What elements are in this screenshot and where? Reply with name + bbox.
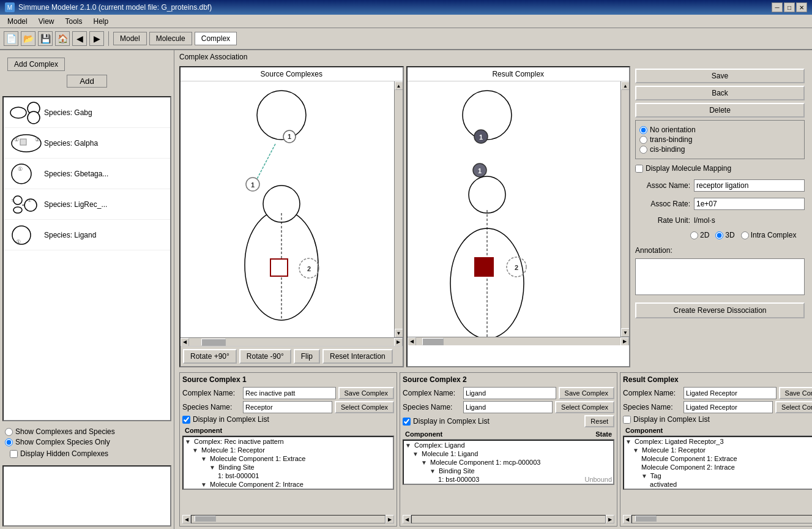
scroll-right[interactable]: ▶ xyxy=(394,338,403,347)
radio-show-complex-input[interactable] xyxy=(5,438,13,446)
assoc-rate-input[interactable] xyxy=(694,198,805,210)
rc-h-track[interactable] xyxy=(631,515,812,523)
sc2-tree-area[interactable]: ▼ Complex: Ligand ▼ Molecule 1: Ligand ▼… xyxy=(403,440,614,485)
sc1-scroll-left[interactable]: ◀ xyxy=(182,515,191,523)
result-h-track[interactable] xyxy=(416,338,621,345)
add-button[interactable]: Add xyxy=(67,75,107,88)
rotate-minus-btn[interactable]: Rotate -90° xyxy=(239,349,291,364)
orient-trans[interactable]: trans-binding xyxy=(639,135,800,144)
sc1-scroll-right[interactable]: ▶ xyxy=(386,515,394,523)
rc-species-input[interactable] xyxy=(683,401,773,413)
species-item-gbetaga[interactable]: ① Species: Gbetaga... xyxy=(4,159,170,189)
sc1-hscroll[interactable]: ◀ ▶ xyxy=(182,515,394,523)
rc-select-btn[interactable]: Select Complex xyxy=(775,401,812,413)
menu-help[interactable]: Help xyxy=(89,16,114,27)
back-btn[interactable]: Back xyxy=(635,86,805,100)
orient-none-input[interactable] xyxy=(639,126,647,134)
sc2-species-input[interactable] xyxy=(463,401,553,413)
menu-model[interactable]: Model xyxy=(2,16,32,27)
species-item-ligand[interactable]: ① Species: Ligand xyxy=(4,220,170,250)
close-btn[interactable]: ✕ xyxy=(796,2,807,12)
toolbar-open[interactable]: 📂 xyxy=(21,31,35,46)
orient-trans-input[interactable] xyxy=(639,136,647,144)
sc1-tree-area[interactable]: ▼ Complex: Rec inactive pattern ▼ Molecu… xyxy=(182,436,394,490)
reset-btn[interactable]: Reset Interaction xyxy=(322,349,393,364)
scroll-left[interactable]: ◀ xyxy=(181,338,189,347)
orient-cis[interactable]: cis-binding xyxy=(639,145,800,154)
result-scroll-up[interactable]: ▲ xyxy=(621,81,629,90)
sc2-display-check[interactable]: Display in Complex List xyxy=(403,417,582,426)
sc2-h-track[interactable] xyxy=(411,515,606,523)
sc2-hscroll[interactable]: ◀ ▶ xyxy=(403,515,614,523)
sc2-save-btn[interactable]: Save Complex xyxy=(559,387,615,399)
sc1-save-btn[interactable]: Save Complex xyxy=(338,387,395,399)
rc-complex-input[interactable] xyxy=(683,387,777,399)
dim-2d[interactable]: 2D xyxy=(690,231,709,239)
source-vscroll[interactable]: ▲ ▼ xyxy=(394,81,403,337)
tab-model[interactable]: Model xyxy=(113,32,147,45)
result-hscroll[interactable]: ◀ ▶ xyxy=(408,337,630,345)
sc1-select-btn[interactable]: Select Complex xyxy=(335,401,394,413)
species-item-galpha[interactable]: ① ② Species: Galpha xyxy=(4,128,170,159)
sc2-scroll-right[interactable]: ▶ xyxy=(606,515,614,523)
display-mapping-row[interactable]: Display Molecule Mapping xyxy=(635,164,805,173)
rc-save-btn[interactable]: Save Complex xyxy=(779,387,812,399)
toolbar-forward[interactable]: ▶ xyxy=(89,31,104,46)
add-complex-tab[interactable]: Add Complex xyxy=(7,58,65,71)
rc-display-input[interactable] xyxy=(623,416,631,424)
h-track[interactable] xyxy=(189,339,394,346)
annotation-textarea[interactable] xyxy=(635,258,805,295)
orient-cis-input[interactable] xyxy=(639,146,647,154)
toolbar-home[interactable]: 🏠 xyxy=(55,31,70,46)
species-item-ligrec[interactable]: s ① Species: LigRec_... xyxy=(4,189,170,220)
tab-complex[interactable]: Complex xyxy=(195,32,237,45)
dim-3d-input[interactable] xyxy=(715,231,723,239)
orient-none[interactable]: No orientation xyxy=(639,126,800,134)
scroll-up[interactable]: ▲ xyxy=(395,81,403,90)
result-scroll-down[interactable]: ▼ xyxy=(621,328,629,337)
result-scroll-track[interactable] xyxy=(621,90,629,328)
scroll-track[interactable] xyxy=(395,90,403,329)
rotate-plus-btn[interactable]: Rotate +90° xyxy=(183,349,237,364)
display-hidden-input[interactable] xyxy=(10,450,18,458)
dim-intra[interactable]: Intra Complex xyxy=(741,231,797,239)
tab-molecule[interactable]: Molecule xyxy=(149,32,192,45)
sc2-scroll-left[interactable]: ◀ xyxy=(403,515,411,523)
toolbar-new[interactable]: 📄 xyxy=(4,31,18,46)
sc2-select-btn[interactable]: Select Complex xyxy=(555,401,614,413)
create-reverse-btn[interactable]: Create Reverse Dissociation xyxy=(635,302,805,318)
result-scroll-left[interactable]: ◀ xyxy=(408,337,416,346)
dim-intra-input[interactable] xyxy=(741,231,749,239)
checkbox-display-hidden[interactable]: Display Hidden Complexes xyxy=(5,448,169,459)
result-canvas-body[interactable]: 1 1 xyxy=(408,81,621,337)
rc-tree-area[interactable]: ▼ Complex: Ligated Receptor_3 ▼ Molecule… xyxy=(623,436,812,490)
rc-hscroll[interactable]: ◀ ▶ xyxy=(623,515,812,523)
dim-2d-input[interactable] xyxy=(690,231,698,239)
sc1-species-input[interactable] xyxy=(243,401,332,413)
species-item-gabg[interactable]: Species: Gabg xyxy=(4,97,170,128)
sc2-complex-input[interactable] xyxy=(463,387,556,399)
radio-show-complex[interactable]: Show Complex Species Only xyxy=(5,438,169,446)
assoc-name-input[interactable] xyxy=(694,179,805,192)
sc1-complex-input[interactable] xyxy=(243,387,336,399)
radio-show-all[interactable]: Show Complexes and Species xyxy=(5,427,169,436)
dim-3d[interactable]: 3D xyxy=(715,231,734,239)
flip-btn[interactable]: Flip xyxy=(294,349,320,364)
result-vscroll[interactable]: ▲ ▼ xyxy=(620,81,629,337)
sc1-h-track[interactable] xyxy=(191,515,386,523)
sc2-reset-btn[interactable]: Reset xyxy=(584,415,614,427)
sc1-display-row[interactable]: Display in Complex List xyxy=(182,415,394,424)
radio-show-all-input[interactable] xyxy=(5,428,13,436)
rc-scroll-left[interactable]: ◀ xyxy=(623,515,631,523)
maximize-btn[interactable]: □ xyxy=(784,2,795,12)
result-scroll-right[interactable]: ▶ xyxy=(620,337,629,346)
source-hscroll[interactable]: ◀ ▶ xyxy=(181,337,403,346)
scroll-down[interactable]: ▼ xyxy=(395,329,403,337)
title-bar-controls[interactable]: ─ □ ✕ xyxy=(772,2,807,12)
sc2-display-input[interactable] xyxy=(403,418,411,426)
sc1-display-input[interactable] xyxy=(182,416,190,424)
toolbar-back[interactable]: ◀ xyxy=(72,31,87,46)
save-btn[interactable]: Save xyxy=(635,69,805,83)
menu-view[interactable]: View xyxy=(34,16,59,27)
minimize-btn[interactable]: ─ xyxy=(772,2,783,12)
